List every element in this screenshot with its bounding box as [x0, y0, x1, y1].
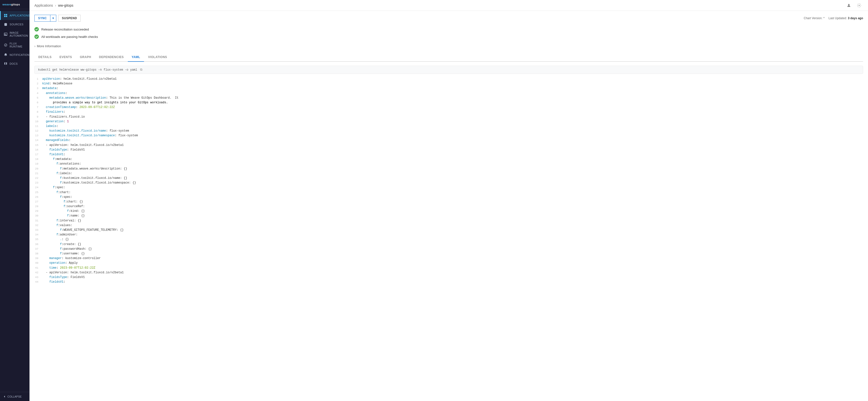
line-content: fieldsV1:	[42, 152, 863, 157]
yaml-line: 43 fieldsType: FieldsV1	[34, 275, 863, 280]
tab-dependencies[interactable]: DEPENDENCIES	[95, 53, 128, 62]
svg-point-9	[859, 5, 860, 6]
line-content: labels:	[42, 124, 863, 129]
line-content: kind: HelmRelease	[42, 81, 863, 86]
tab-violations[interactable]: VIOLATIONS	[144, 53, 171, 62]
line-number: 10	[34, 120, 42, 124]
sidebar-item-label: APPLICATIONS	[9, 14, 30, 17]
tabs: DETAILS EVENTS GRAPH DEPENDENCIES YAML V…	[34, 53, 863, 62]
success-icon-reconciliation	[34, 27, 39, 31]
line-content: f:sourceRef:	[42, 204, 863, 209]
line-number: 28	[34, 204, 42, 209]
line-number: 34	[34, 233, 42, 237]
line-number: 15	[34, 143, 42, 148]
more-information-toggle[interactable]: › More Information	[34, 43, 863, 49]
line-number: 8	[34, 110, 42, 114]
yaml-line: 24 f:spec:	[34, 185, 863, 190]
yaml-line: 14 managedFields:	[34, 138, 863, 143]
more-info-label: More Information	[37, 44, 61, 48]
copy-button[interactable]: ⧉	[140, 68, 142, 71]
yaml-line: 9 - finalizers.fluxcd.io	[34, 115, 863, 119]
line-number: 9	[34, 115, 42, 119]
line-number: 2	[34, 82, 42, 86]
sync-button[interactable]: SYNC	[34, 15, 51, 22]
line-content: f:username: {}	[42, 251, 863, 256]
status-text-health: All workloads are passing health checks	[41, 35, 98, 39]
tab-details[interactable]: DETAILS	[34, 53, 56, 62]
sidebar-item-label: SOURCES	[9, 23, 24, 26]
yaml-line: 4 annotations:	[34, 91, 863, 96]
line-content: .: {}	[42, 237, 863, 242]
line-content: - finalizers.fluxcd.io	[42, 115, 863, 119]
status-list: Release reconciliation succeeded All wor…	[34, 26, 863, 40]
settings-button[interactable]	[855, 1, 863, 9]
yaml-line: 15 - apiVersion: helm.toolkit.fluxcd.io/…	[34, 143, 863, 148]
line-number: 12	[34, 129, 42, 133]
breadcrumb-separator: ›	[55, 3, 56, 7]
sidebar-item-label: NOTIFICATIONS	[9, 53, 31, 56]
yaml-line: 41 time: 2023-09-07T12:02:22Z	[34, 266, 863, 270]
header: Applications › ww-gitops	[30, 0, 868, 11]
line-number: 36	[34, 242, 42, 247]
yaml-line: 3metadata:	[34, 86, 863, 91]
last-updated-label: Last Updated:	[829, 17, 847, 20]
sync-dropdown-button[interactable]: ▾	[51, 15, 56, 22]
line-number: 38	[34, 252, 42, 256]
yaml-line: 32 f:values:	[34, 223, 863, 228]
line-content: managedFields:	[42, 138, 863, 143]
sidebar-item-flux-runtime[interactable]: FLUX RUNTIME	[0, 39, 30, 51]
yaml-viewer: 1apiVersion: helm.toolkit.fluxcd.io/v2be…	[34, 77, 863, 284]
line-content: f:adminUser:	[42, 232, 863, 237]
breadcrumb: Applications › ww-gitops	[34, 3, 73, 7]
line-content: metadata.weave.works/description: This i…	[42, 96, 863, 101]
line-number: 32	[34, 223, 42, 228]
sidebar-item-image-automation[interactable]: IMAGE AUTOMATION	[0, 29, 30, 39]
line-content: f:metadata.weave.works/description: {}	[42, 167, 863, 171]
line-number: 17	[34, 152, 42, 157]
line-content: f:passwordHash: {}	[42, 247, 863, 251]
chart-info: Chart Version: * Last Updated: 3 days ag…	[804, 17, 863, 20]
sidebar-item-applications[interactable]: APPLICATIONS	[0, 11, 30, 20]
sidebar-item-notifications[interactable]: NOTIFICATIONS	[0, 51, 30, 59]
line-number: 11	[34, 124, 42, 129]
yaml-line: 18 f:metadata:	[34, 157, 863, 162]
breadcrumb-parent[interactable]: Applications	[34, 3, 53, 7]
line-content: f:name: {}	[42, 213, 863, 218]
tab-yaml[interactable]: YAML	[128, 53, 144, 62]
yaml-line: 1apiVersion: helm.toolkit.fluxcd.io/v2be…	[34, 77, 863, 81]
line-content: operation: Apply	[42, 261, 863, 265]
yaml-line: 34 f:adminUser:	[34, 232, 863, 237]
line-number: 21	[34, 171, 42, 176]
suspend-button[interactable]: SUSPEND	[58, 15, 81, 22]
yaml-line: 7 creationTimestamp: 2023-09-07T12:02:22…	[34, 105, 863, 110]
line-number: 40	[34, 261, 42, 265]
line-number: 29	[34, 209, 42, 213]
yaml-line: 16 fieldsType: FieldsV1	[34, 148, 863, 152]
svg-rect-3	[6, 16, 7, 17]
yaml-line: 33 f:WEAVE_GITOPS_FEATURE_TELEMETRY: {}	[34, 228, 863, 232]
sidebar-item-label: DOCS	[9, 62, 18, 65]
tab-graph[interactable]: GRAPH	[76, 53, 95, 62]
yaml-line: 38 f:username: {}	[34, 251, 863, 256]
line-number: 3	[34, 86, 42, 91]
sidebar-item-docs[interactable]: DOCS	[0, 59, 30, 68]
yaml-line: 25 f:chart:	[34, 190, 863, 195]
sidebar-item-sources[interactable]: SOURCES	[0, 20, 30, 29]
svg-point-8	[848, 4, 849, 5]
line-number: 25	[34, 191, 42, 195]
sidebar-logo: weavegitops	[0, 0, 30, 9]
yaml-line: 29 f:kind: {}	[34, 209, 863, 213]
yaml-line: 12 kustomize.toolkit.fluxcd.io/name: flu…	[34, 129, 863, 133]
chart-version-label: Chart Version:	[804, 17, 823, 20]
collapse-button[interactable]: COLLAPSE	[0, 392, 30, 401]
yaml-line: 19 f:annotations:	[34, 162, 863, 166]
line-content: f:values:	[42, 223, 863, 228]
line-content: kustomize.toolkit.fluxcd.io/namespace: f…	[42, 133, 863, 138]
tab-events[interactable]: EVENTS	[56, 53, 76, 62]
line-content: - apiVersion: helm.toolkit.fluxcd.io/v2b…	[42, 270, 863, 275]
yaml-line: 2kind: HelmRelease	[34, 81, 863, 86]
user-status-button[interactable]	[845, 1, 853, 9]
last-updated-value: 3 days ago	[848, 17, 863, 20]
yaml-line: 6 provides a simple way to get insights …	[34, 101, 863, 105]
yaml-line: 27 f:chart: {}	[34, 200, 863, 204]
